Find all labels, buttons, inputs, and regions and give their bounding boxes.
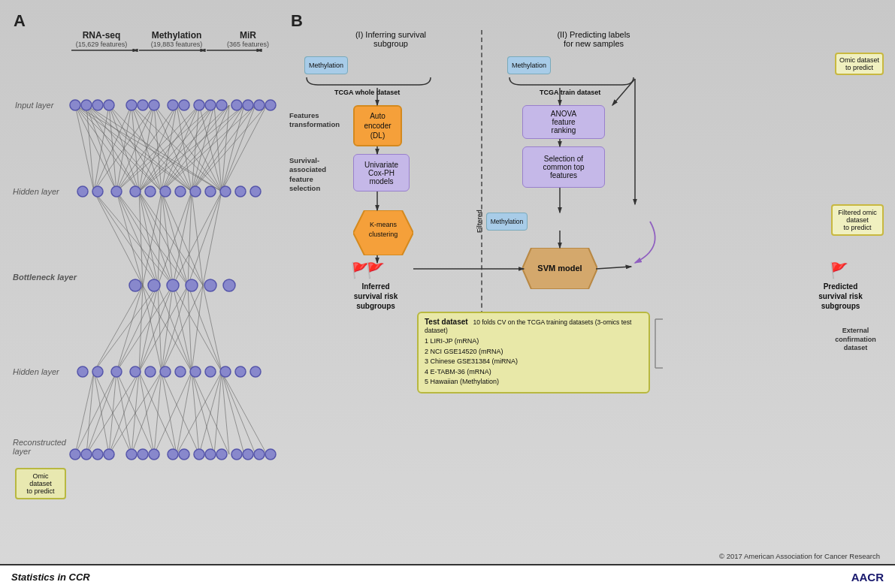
svg-text:Bottleneck layer: Bottleneck layer xyxy=(13,273,77,282)
svg-line-227 xyxy=(596,267,631,269)
svg-line-90 xyxy=(139,285,143,372)
svg-line-76 xyxy=(143,191,162,285)
svg-line-89 xyxy=(116,285,143,372)
svg-point-200 xyxy=(243,449,253,460)
svg-text:SVM model: SVM model xyxy=(537,264,582,273)
statistics-label: Statistics in CCR xyxy=(11,571,90,583)
flag-right-1: 🚩 xyxy=(830,261,848,279)
svg-point-161 xyxy=(145,186,156,197)
svg-point-195 xyxy=(179,449,189,460)
svg-line-52 xyxy=(162,105,229,191)
svg-line-51 xyxy=(139,105,229,191)
svg-line-67 xyxy=(116,191,143,285)
svg-point-177 xyxy=(111,366,122,377)
svg-line-138 xyxy=(222,372,244,454)
svg-line-91 xyxy=(143,285,162,372)
svg-point-164 xyxy=(190,186,201,197)
svg-line-30 xyxy=(94,105,154,191)
svg-point-198 xyxy=(216,449,227,460)
svg-line-125 xyxy=(132,372,162,454)
left-brace-svg xyxy=(303,74,434,89)
svg-point-158 xyxy=(92,186,103,197)
svg-line-139 xyxy=(222,372,255,454)
svg-line-135 xyxy=(199,372,222,454)
svg-line-134 xyxy=(177,372,222,454)
svg-point-202 xyxy=(265,449,276,460)
right-brace-svg xyxy=(506,74,637,89)
svg-point-187 xyxy=(70,449,80,460)
svg-point-199 xyxy=(231,449,242,460)
svg-text:Reconstructed: Reconstructed xyxy=(13,438,67,447)
svg-point-173 xyxy=(204,279,216,291)
svg-line-124 xyxy=(109,372,162,454)
svg-line-81 xyxy=(158,191,192,285)
svg-line-111 xyxy=(86,372,94,454)
svg-point-166 xyxy=(220,186,231,197)
svg-point-153 xyxy=(231,100,242,110)
common-top-box: Selection of common top features xyxy=(522,146,605,188)
kmeans-svg: K-means clustering xyxy=(353,210,413,255)
svg-line-106 xyxy=(188,285,222,372)
svg-line-129 xyxy=(154,372,192,454)
svg-point-155 xyxy=(254,100,265,110)
right-methylation-box: Methylation xyxy=(507,56,551,74)
svg-point-149 xyxy=(179,100,189,110)
svg-line-58 xyxy=(222,105,244,191)
svg-line-71 xyxy=(139,191,143,285)
svg-line-94 xyxy=(116,285,158,372)
svg-point-179 xyxy=(145,366,156,377)
svg-line-83 xyxy=(188,191,192,285)
svg-point-175 xyxy=(77,366,88,377)
filtered-omic-box: Filtered omic dataset to predict xyxy=(831,204,884,236)
flowchart: (I) Inferring survival subgroup (II) Pre… xyxy=(289,30,887,564)
mid-methylation-box: Methylation xyxy=(486,213,528,231)
svg-line-120 xyxy=(109,372,139,454)
svg-line-41 xyxy=(116,105,199,191)
nn-container: RNA-seq (15,629 features) Methylation (1… xyxy=(11,19,282,537)
svg-point-150 xyxy=(194,100,204,110)
main-container: A RNA-seq (15,629 features) Methylation … xyxy=(0,0,895,588)
svg-point-197 xyxy=(205,449,216,460)
autoencoder-box: Auto encoder (DL) xyxy=(353,105,402,146)
test-dataset-label: Test dataset 10 folds CV on the TCGA tra… xyxy=(425,318,643,334)
svg-line-40 xyxy=(177,105,222,191)
svg-line-126 xyxy=(154,372,162,454)
univariate-box: Univariate Cox-PH models xyxy=(353,154,410,191)
svg-point-184 xyxy=(220,366,231,377)
svg-point-160 xyxy=(130,186,141,197)
svg-point-174 xyxy=(223,279,235,291)
svg-point-143 xyxy=(92,100,103,110)
svg-line-19 xyxy=(94,105,109,191)
svg-line-108 xyxy=(192,285,203,372)
predicted-label: Predicted survival risk subgroups xyxy=(805,282,876,311)
tcga-whole-text: TCGA whole dataset xyxy=(334,89,400,96)
svg-line-82 xyxy=(173,191,192,285)
omic-predict-left-box: Omic dataset to predict xyxy=(15,468,66,499)
svg-point-145 xyxy=(126,100,137,110)
svg-text:Hidden layer: Hidden layer xyxy=(13,367,60,376)
svg-line-54 xyxy=(222,105,229,191)
anova-box: ANOVA feature ranking xyxy=(522,105,605,139)
svg-point-167 xyxy=(235,186,246,197)
svg-text:Input layer: Input layer xyxy=(15,101,55,110)
svg-line-34 xyxy=(154,105,192,191)
svg-line-137 xyxy=(222,372,229,454)
svg-point-172 xyxy=(186,279,198,291)
svg-line-88 xyxy=(94,285,143,372)
svg-point-141 xyxy=(70,100,80,110)
svg-line-98 xyxy=(116,285,173,372)
svg-point-165 xyxy=(205,186,216,197)
svg-line-85 xyxy=(173,191,222,285)
svg-line-136 xyxy=(214,372,222,454)
svg-line-24 xyxy=(94,105,132,191)
svg-line-68 xyxy=(116,191,158,285)
svg-line-59 xyxy=(162,105,255,191)
svg-line-132 xyxy=(192,372,214,454)
svg-point-188 xyxy=(81,449,92,460)
svg-line-87 xyxy=(203,191,222,285)
svg-point-151 xyxy=(205,100,216,110)
svg-point-189 xyxy=(92,449,103,460)
content-area: A RNA-seq (15,629 features) Methylation … xyxy=(0,0,895,564)
svm-container: SVM model xyxy=(522,248,597,292)
svg-line-130 xyxy=(177,372,192,454)
